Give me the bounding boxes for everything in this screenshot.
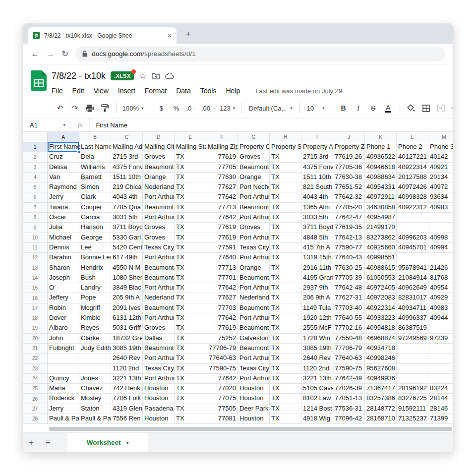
cell-D6[interactable]: Port Arthur (143, 192, 175, 202)
cell-A1[interactable]: First Name (48, 142, 79, 152)
cell-F27[interactable]: 77505 (206, 404, 238, 414)
cell-K22[interactable]: 40998246 (365, 354, 397, 363)
cell-M23[interactable] (428, 364, 453, 374)
cell-H5[interactable]: TX (270, 182, 301, 192)
cell-K5[interactable]: 40954331 (365, 182, 397, 192)
cell-H10[interactable]: TX (270, 233, 301, 243)
cell-K12[interactable]: 40998551 (365, 253, 397, 263)
cell-C12[interactable]: 617 49th (111, 253, 143, 263)
forward-icon[interactable]: → (46, 49, 55, 59)
cell-K21[interactable]: 40934718 (365, 344, 397, 354)
merge-cells-button[interactable] (434, 102, 447, 115)
row-number-28[interactable]: 28 (23, 414, 48, 424)
cell-M8[interactable] (428, 213, 453, 223)
cell-B5[interactable]: Simon (79, 182, 111, 192)
cell-C18[interactable]: 6131 12th (111, 313, 143, 323)
cell-E22[interactable]: TX (175, 354, 206, 363)
format-percent-button[interactable]: % (170, 102, 182, 115)
cell-D22[interactable]: Port Arthur (143, 354, 175, 363)
row-number-26[interactable]: 26 (23, 394, 48, 404)
cell-B23[interactable] (79, 364, 111, 374)
bold-button[interactable]: B (337, 102, 350, 115)
cell-B3[interactable]: Williams (79, 163, 111, 173)
sheets-logo-icon[interactable] (31, 70, 47, 91)
cell-H21[interactable]: TX (270, 344, 301, 354)
cell-C10[interactable]: 5330 Garl (111, 233, 143, 243)
cell-B19[interactable]: Reyes (79, 323, 111, 333)
cell-I19[interactable]: 2555 McF (301, 323, 333, 333)
cell-K24[interactable]: 40949936 (365, 374, 397, 384)
cell-C11[interactable]: 5420 Cent (111, 243, 143, 253)
cell-I28[interactable]: 4918 Wig (301, 414, 333, 424)
cell-I9[interactable]: 3711 Boyd (301, 223, 333, 233)
cell-F25[interactable]: 77020 (206, 384, 238, 394)
cell-E15[interactable]: TX (175, 283, 206, 293)
cell-K3[interactable]: 40946618 (365, 163, 397, 173)
cell-B25[interactable]: Chavez (79, 384, 111, 394)
cell-A25[interactable]: Maria (48, 384, 79, 394)
cell-B7[interactable]: Cooper (79, 203, 111, 213)
cell-A13[interactable]: Sharon (48, 263, 79, 273)
column-header-B[interactable]: B (79, 132, 111, 142)
cell-G25[interactable]: Houston (238, 384, 270, 394)
cell-F9[interactable]: 77619 (206, 223, 238, 233)
cell-M17[interactable]: 40983 (428, 303, 453, 313)
cell-E27[interactable]: TX (175, 404, 206, 414)
cell-B1[interactable]: Last Name (79, 142, 111, 152)
cell-G16[interactable]: Nederland (238, 293, 270, 303)
cell-C27[interactable]: 4319 Glen (111, 404, 143, 414)
cell-J15[interactable]: 77642-48 (333, 283, 365, 293)
cell-B14[interactable]: Bush (79, 273, 111, 283)
cell-E28[interactable]: TX (175, 414, 206, 424)
increase-decimal-button[interactable]: .00→ (200, 102, 216, 115)
cell-I27[interactable]: 1214 Bost (301, 404, 333, 414)
row-number-19[interactable]: 19 (23, 323, 48, 333)
cell-A3[interactable]: Delisa (48, 163, 79, 173)
row-number-13[interactable]: 13 (23, 263, 48, 273)
cell-K4[interactable]: 40988634 (365, 173, 397, 182)
cell-M12[interactable] (428, 253, 453, 263)
cell-K17[interactable]: 40922314 (365, 303, 397, 313)
cell-C23[interactable]: 1120 2nd (111, 364, 143, 374)
cell-C19[interactable]: 5031 Griff (111, 323, 143, 333)
cell-M6[interactable]: 93634 (428, 192, 453, 202)
cell-E3[interactable]: TX (175, 163, 206, 173)
row-number-7[interactable]: 7 (23, 203, 48, 213)
cell-G20[interactable]: Galveston (238, 334, 270, 344)
cell-C20[interactable]: 18732 Gre (111, 334, 143, 344)
cell-F1[interactable]: Mailing Zip (206, 142, 238, 152)
row-number-6[interactable]: 6 (23, 192, 48, 202)
cell-A17[interactable]: Robin (48, 303, 79, 313)
format-currency-button[interactable]: $ (155, 102, 168, 115)
row-number-20[interactable]: 20 (23, 334, 48, 344)
cell-J17[interactable]: 77703-40 (333, 303, 365, 313)
cell-A5[interactable]: Raymond (48, 182, 79, 192)
cell-A15[interactable]: O (48, 283, 79, 293)
cell-E23[interactable]: TX (175, 364, 206, 374)
cell-J11[interactable]: 77590-77 (333, 243, 365, 253)
cell-G13[interactable]: Orange (238, 263, 270, 273)
cell-L19[interactable]: 86387519 (397, 323, 428, 333)
cell-H13[interactable]: TX (270, 263, 301, 273)
row-number-18[interactable]: 18 (23, 313, 48, 323)
cell-A2[interactable]: Cruz (48, 152, 79, 162)
cell-A8[interactable]: Oscar (48, 213, 79, 223)
menu-data[interactable]: Data (176, 87, 191, 95)
cell-I22[interactable]: 2640 Rev (301, 354, 333, 363)
cell-G23[interactable]: Texas City (238, 364, 270, 374)
cell-D3[interactable]: Beaumont (143, 163, 175, 173)
cell-H18[interactable]: TX (270, 313, 301, 323)
cell-D12[interactable]: Port Arthur (143, 253, 175, 263)
cell-E18[interactable]: TX (175, 313, 206, 323)
cell-E26[interactable]: TX (175, 394, 206, 404)
cell-H22[interactable]: TX (270, 354, 301, 363)
cell-D17[interactable]: Beaumont (143, 303, 175, 313)
cell-B28[interactable]: Paull & Pa (79, 414, 111, 424)
cell-D21[interactable]: Beaumont (143, 344, 175, 354)
cell-A18[interactable]: Dover (48, 313, 79, 323)
cell-B21[interactable]: Judy Edith (79, 344, 111, 354)
menu-edit[interactable]: Edit (72, 87, 84, 95)
cell-C9[interactable]: 3711 Boyd (111, 223, 143, 233)
cell-C4[interactable]: 1511 10th (111, 173, 143, 182)
cell-L18[interactable]: 40996337 (397, 313, 428, 323)
